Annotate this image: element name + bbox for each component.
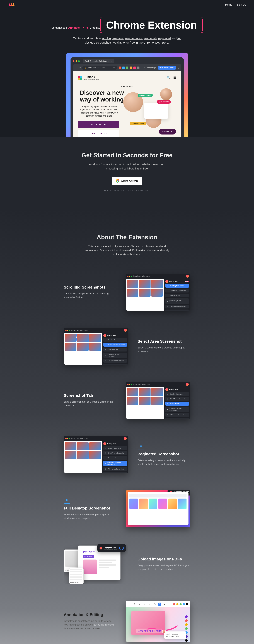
ext-icon[interactable] [130, 66, 132, 69]
search-icon[interactable]: 🔍 [167, 76, 170, 80]
talk-to-sales-button[interactable]: TALK TO SALES [78, 130, 119, 137]
max-dot-icon [131, 276, 132, 277]
nav-signup[interactable]: Sign Up [237, 3, 246, 6]
relaunch-button[interactable]: Relaunch to update [158, 66, 176, 70]
get-started-button[interactable]: GET STARTED [78, 121, 119, 128]
ext-icon[interactable] [126, 66, 128, 69]
ext-icon[interactable] [133, 66, 136, 69]
panel-item-upload[interactable]: ⤴Upload Image or PDF [103, 364, 127, 365]
browser-tab[interactable]: Slack Channels | Collaborat… ✕ [83, 59, 114, 63]
swatch[interactable] [176, 603, 179, 605]
hero-link-paginated[interactable]: paginated [158, 36, 171, 40]
mini-page [126, 279, 164, 310]
feature-desc: Select a specific are of a website and s… [138, 346, 190, 353]
panel-item-desktop[interactable]: 🖥Full Desktop Screenshot [103, 467, 127, 471]
palette-swatch[interactable] [185, 619, 188, 622]
panel-item-tab[interactable]: ▭Screenshot Tab [165, 402, 189, 406]
about-head: About The Extension Take screenshots dir… [81, 234, 173, 256]
swatch[interactable] [180, 603, 182, 605]
forward-icon[interactable]: › [77, 67, 77, 69]
slack-icon [78, 76, 82, 80]
panel-item-scrolling[interactable]: ↕Scrolling Screenshot [165, 284, 189, 288]
panel-item-desktop[interactable]: 🖥Full Desktop Screenshot [165, 305, 189, 308]
close-icon[interactable]: ✕ [111, 60, 112, 62]
free-tools-link[interactable]: Enjoy the free tools [94, 624, 114, 626]
star-icon[interactable]: ☆ [113, 67, 115, 69]
browser-chrome: Slack Channels | Collaborat… ✕ ＋ ‹ › ⟳ 🔒… [70, 58, 184, 137]
feature-title: Screenshot Tab [64, 393, 117, 398]
feature-text: Annotation & Editing Instantly add annot… [64, 612, 117, 630]
ellipse-icon[interactable]: ◯ [153, 603, 156, 605]
palette-swatch[interactable] [185, 639, 188, 642]
feature-select-area: Select Area Screenshot Select a specific… [64, 328, 190, 365]
hero: Screenshot & Annotate Chrome. Chrome Ext… [0, 9, 254, 137]
panel-item-label: Full Desktop Screenshot [170, 414, 186, 416]
panel-item-upload[interactable]: ⤴Upload Image or PDF [165, 310, 189, 310]
panel-item-paginate[interactable]: ≣Paginated Scrolling Screenshot [103, 461, 127, 466]
new-tab-icon[interactable]: ＋ [116, 60, 120, 63]
desktop-inner [128, 492, 189, 525]
feature-desc: Instantly add annotations like callouts,… [64, 619, 117, 630]
panel-item-label: Full Desktop Screenshot [170, 306, 186, 308]
panel-item-scrolling[interactable]: ↕Scrolling Screenshot [165, 392, 189, 396]
hero-link-selected[interactable]: selected area [125, 36, 142, 40]
panel-item-select[interactable]: ⬚Select Area & Screenshot [103, 451, 127, 455]
panel-item-label: Full Desktop Screenshot [108, 360, 124, 362]
url-bar[interactable]: 🔒 slack.com/features… ☆ [82, 66, 117, 70]
panel-item-tab[interactable]: ▭Screenshot Tab [103, 348, 127, 352]
ext-icon[interactable] [122, 66, 125, 69]
panel-item-scrolling[interactable]: ↕Scrolling Screenshot [103, 338, 127, 342]
contact-us-button[interactable]: Contact Us [159, 129, 176, 134]
palette-swatch[interactable] [185, 615, 188, 618]
panel-item-select[interactable]: ⬚Select Area & Screenshot [165, 289, 189, 292]
swatch[interactable] [173, 603, 175, 605]
panel-item-upload[interactable]: ⤴Upload Image or PDF [165, 418, 189, 419]
swatch[interactable] [183, 603, 185, 605]
hero-link-scrolling[interactable]: scrolling website [102, 36, 123, 40]
feature-upload: Upload images or PDFs Drag, paste or upl… [64, 544, 190, 584]
palette-swatch[interactable] [185, 623, 188, 626]
panel-brand: Markup Hero [107, 335, 116, 336]
panel-item-paginate[interactable]: ≣Paginated Scrolling Screenshot [103, 352, 127, 358]
back-icon[interactable]: ‹ [75, 67, 75, 69]
slack-wordmark: slack [83, 75, 99, 79]
download-icon[interactable]: ⤓ [141, 67, 143, 69]
panel-item-upload[interactable]: ⤴Upload Image or PDF [103, 472, 127, 473]
menu-icon[interactable]: ⋮ [178, 67, 179, 69]
line-icon[interactable]: ／ [143, 603, 146, 605]
feature-title: Full Desktop Screenshot [64, 506, 117, 510]
highlight-icon[interactable]: ▆ [163, 603, 166, 605]
pen-icon[interactable]: ✎ [158, 602, 161, 606]
panel-item-label: Screenshot Tab [108, 457, 118, 459]
arrow-tool-icon[interactable]: ↗ [138, 603, 141, 605]
panel-item-tab[interactable]: ▭Screenshot Tab [165, 294, 189, 298]
reload-icon[interactable]: ⟳ [79, 67, 81, 69]
panel-item-paginate[interactable]: ≣Paginated Scrolling Screenshot [165, 407, 189, 412]
panel-item-paginate[interactable]: ≣Paginated Scrolling Screenshot [165, 298, 189, 304]
panel-item-label: Select Area & Screenshot [170, 290, 186, 292]
swatch[interactable] [186, 603, 188, 605]
rect-icon[interactable]: ▭ [148, 603, 151, 605]
add-to-chrome-button[interactable]: Add to Chrome [112, 177, 142, 185]
hamburger-icon[interactable]: ☰ [173, 76, 176, 80]
panel-item-desktop[interactable]: 🖥Full Desktop Screenshot [103, 359, 127, 362]
feature-title: Select Area Screenshot [138, 339, 190, 344]
ext-icon[interactable] [137, 66, 139, 69]
panel-item-desktop[interactable]: 🖥Full Desktop Screenshot [165, 413, 189, 417]
logo[interactable] [8, 2, 15, 7]
panel-item-label: Select Area & Screenshot [108, 344, 125, 346]
more-icon[interactable]: ⋯ [168, 603, 171, 605]
panel-item-scrolling[interactable]: ↕Scrolling Screenshot [103, 446, 127, 450]
feature-text: 🖥 Full Desktop Screenshot Screenshot you… [64, 497, 117, 520]
ext-icon[interactable] [119, 66, 121, 69]
panel-item-select[interactable]: ⬚Select Area & Screenshot [103, 343, 127, 346]
palette-swatch[interactable] [185, 627, 188, 630]
panel-item-select[interactable]: ⬚Select Area & Screenshot [165, 397, 189, 401]
nav-home[interactable]: Home [225, 3, 232, 6]
upload-title: Uploading File… [104, 546, 118, 548]
panel-item-tab[interactable]: ▭Screenshot Tab [103, 456, 127, 460]
text-icon[interactable]: T [133, 603, 136, 605]
hero-link-tab[interactable]: visible tab [144, 36, 157, 40]
feature-desc: Capture long webpages using our scrollin… [64, 292, 117, 299]
pointer-icon[interactable]: ↖ [128, 603, 131, 605]
